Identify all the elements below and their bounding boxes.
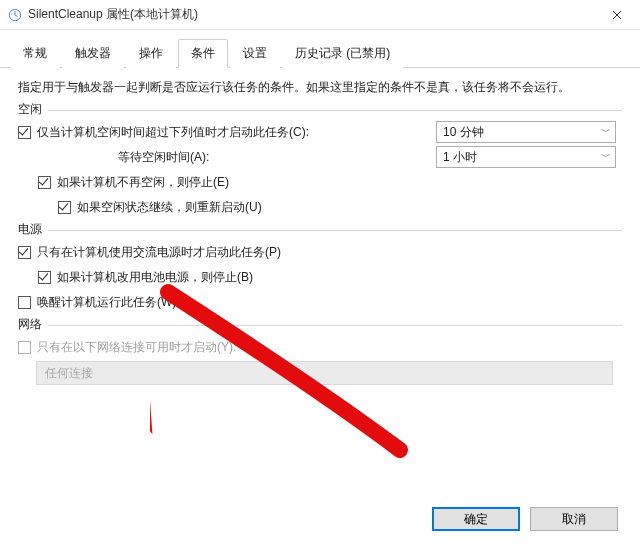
network-label: 只有在以下网络连接可用时才启动(Y): xyxy=(37,339,236,356)
tabs-bar: 常规 触发器 操作 条件 设置 历史记录 (已禁用) xyxy=(0,30,640,68)
group-power-label: 电源 xyxy=(18,221,48,238)
tab-history[interactable]: 历史记录 (已禁用) xyxy=(282,39,403,68)
chevron-down-icon: ﹀ xyxy=(601,125,611,139)
app-clock-icon xyxy=(8,8,22,22)
divider xyxy=(48,110,622,111)
divider xyxy=(48,230,622,231)
idle-wait-value: 1 小时 xyxy=(443,149,477,166)
cancel-button[interactable]: 取消 xyxy=(530,507,618,531)
network-connection-value: 任何连接 xyxy=(45,365,93,382)
group-network-label: 网络 xyxy=(18,316,48,333)
network-connection-select: 任何连接 xyxy=(36,361,613,385)
idle-start-label: 仅当计算机空闲时间超过下列值时才启动此任务(C): xyxy=(37,124,309,141)
idle-timeout-select[interactable]: 10 分钟 ﹀ xyxy=(436,121,616,143)
power-wake-checkbox[interactable] xyxy=(18,296,31,309)
power-battery-label: 如果计算机改用电池电源，则停止(B) xyxy=(57,269,253,286)
network-checkbox[interactable] xyxy=(18,341,31,354)
tab-conditions[interactable]: 条件 xyxy=(178,39,228,68)
power-battery-checkbox[interactable] xyxy=(38,271,51,284)
power-ac-label: 只有在计算机使用交流电源时才启动此任务(P) xyxy=(37,244,281,261)
window-title: SilentCleanup 属性(本地计算机) xyxy=(28,6,594,23)
idle-wait-select[interactable]: 1 小时 ﹀ xyxy=(436,146,616,168)
close-button[interactable] xyxy=(594,0,640,30)
ok-button[interactable]: 确定 xyxy=(432,507,520,531)
chevron-down-icon: ﹀ xyxy=(601,150,611,164)
divider xyxy=(48,325,622,326)
close-icon xyxy=(612,10,622,20)
idle-start-checkbox[interactable] xyxy=(18,126,31,139)
idle-restart-label: 如果空闲状态继续，则重新启动(U) xyxy=(77,199,262,216)
tab-actions[interactable]: 操作 xyxy=(126,39,176,68)
idle-stop-checkbox[interactable] xyxy=(38,176,51,189)
tab-settings[interactable]: 设置 xyxy=(230,39,280,68)
group-idle-label: 空闲 xyxy=(18,101,48,118)
idle-wait-label: 等待空闲时间(A): xyxy=(118,149,209,166)
idle-timeout-value: 10 分钟 xyxy=(443,124,484,141)
conditions-description: 指定用于与触发器一起判断是否应运行该任务的条件。如果这里指定的条件不是真，该任务… xyxy=(18,78,622,97)
idle-stop-label: 如果计算机不再空闲，则停止(E) xyxy=(57,174,229,191)
tab-general[interactable]: 常规 xyxy=(10,39,60,68)
power-ac-checkbox[interactable] xyxy=(18,246,31,259)
idle-restart-checkbox[interactable] xyxy=(58,201,71,214)
power-wake-label: 唤醒计算机运行此任务(W) xyxy=(37,294,176,311)
tab-triggers[interactable]: 触发器 xyxy=(62,39,124,68)
